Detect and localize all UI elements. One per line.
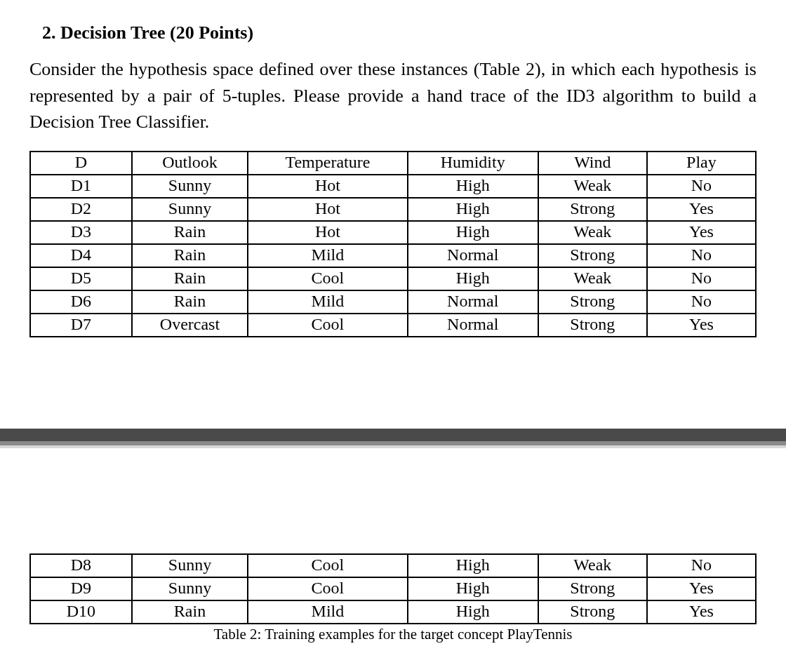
table-row: D7OvercastCoolNormalStrongYes (30, 314, 756, 337)
table-cell: Yes (647, 600, 756, 624)
table-header-row: D Outlook Temperature Humidity Wind Play (30, 152, 756, 175)
table-cell: Hot (248, 221, 407, 244)
col-wind: Wind (538, 152, 647, 175)
table-cell: Normal (408, 290, 538, 314)
table-cell: Yes (647, 198, 756, 221)
col-d: D (30, 152, 132, 175)
table-cell: D8 (30, 554, 132, 577)
table-cell: Strong (538, 577, 647, 600)
table-cell: Weak (538, 554, 647, 577)
table-cell: Mild (248, 290, 407, 314)
table-cell: No (647, 267, 756, 290)
table-cell: Rain (132, 290, 248, 314)
table-cell: Yes (647, 314, 756, 337)
table-cell: Strong (538, 600, 647, 624)
table-cell: Cool (248, 314, 407, 337)
table-cell: D3 (30, 221, 132, 244)
table-cell: Weak (538, 267, 647, 290)
col-play: Play (647, 152, 756, 175)
table-cell: No (647, 554, 756, 577)
table-row: D9SunnyCoolHighStrongYes (30, 577, 756, 600)
col-temperature: Temperature (248, 152, 407, 175)
table-cell: D10 (30, 600, 132, 624)
table-cell: High (408, 554, 538, 577)
table-cell: D5 (30, 267, 132, 290)
table-cell: Sunny (132, 198, 248, 221)
table-caption: Table 2: Training examples for the targe… (29, 626, 757, 643)
page-break-divider (0, 429, 786, 448)
table-cell: D9 (30, 577, 132, 600)
table-cell: High (408, 175, 538, 198)
table-cell: High (408, 577, 538, 600)
table-cell: Cool (248, 554, 407, 577)
table-cell: High (408, 267, 538, 290)
table-cell: Cool (248, 577, 407, 600)
table-cell: Hot (248, 198, 407, 221)
table-cell: Rain (132, 221, 248, 244)
table-cell: Normal (408, 314, 538, 337)
table-cell: D4 (30, 244, 132, 267)
table-cell: Strong (538, 314, 647, 337)
training-table-top: D Outlook Temperature Humidity Wind Play… (29, 151, 757, 337)
table-cell: High (408, 600, 538, 624)
col-outlook: Outlook (132, 152, 248, 175)
table-row: D6RainMildNormalStrongNo (30, 290, 756, 314)
table-cell: Hot (248, 175, 407, 198)
section-heading: 2. Decision Tree (20 Points) (42, 22, 757, 43)
table-cell: Mild (248, 600, 407, 624)
table-cell: Strong (538, 290, 647, 314)
table-cell: Sunny (132, 577, 248, 600)
table-cell: D2 (30, 198, 132, 221)
table-cell: No (647, 290, 756, 314)
table-row: D8SunnyCoolHighWeakNo (30, 554, 756, 577)
table-cell: No (647, 175, 756, 198)
table-row: D5RainCoolHighWeakNo (30, 267, 756, 290)
table-cell: D1 (30, 175, 132, 198)
table-cell: D6 (30, 290, 132, 314)
table-cell: Yes (647, 577, 756, 600)
table-row: D10RainMildHighStrongYes (30, 600, 756, 624)
table-cell: Weak (538, 221, 647, 244)
table-cell: Strong (538, 198, 647, 221)
table-cell: D7 (30, 314, 132, 337)
table-cell: No (647, 244, 756, 267)
table-cell: Cool (248, 267, 407, 290)
table-cell: Mild (248, 244, 407, 267)
table-cell: Overcast (132, 314, 248, 337)
table-cell: Strong (538, 244, 647, 267)
table-cell: Sunny (132, 175, 248, 198)
page-root: 2. Decision Tree (20 Points) Consider th… (0, 0, 786, 671)
table-row: D2SunnyHotHighStrongYes (30, 198, 756, 221)
table-row: D3RainHotHighWeakYes (30, 221, 756, 244)
table-cell: Rain (132, 600, 248, 624)
table-cell: High (408, 198, 538, 221)
table-cell: Rain (132, 267, 248, 290)
table-cell: Sunny (132, 554, 248, 577)
table-cell: Normal (408, 244, 538, 267)
table-row: D4RainMildNormalStrongNo (30, 244, 756, 267)
table-cell: Rain (132, 244, 248, 267)
table-row: D1SunnyHotHighWeakNo (30, 175, 756, 198)
table-cell: Yes (647, 221, 756, 244)
col-humidity: Humidity (408, 152, 538, 175)
table-cell: Weak (538, 175, 647, 198)
problem-statement: Consider the hypothesis space defined ov… (29, 56, 757, 135)
table-cell: High (408, 221, 538, 244)
training-table-bottom: D8SunnyCoolHighWeakNoD9SunnyCoolHighStro… (29, 553, 757, 624)
